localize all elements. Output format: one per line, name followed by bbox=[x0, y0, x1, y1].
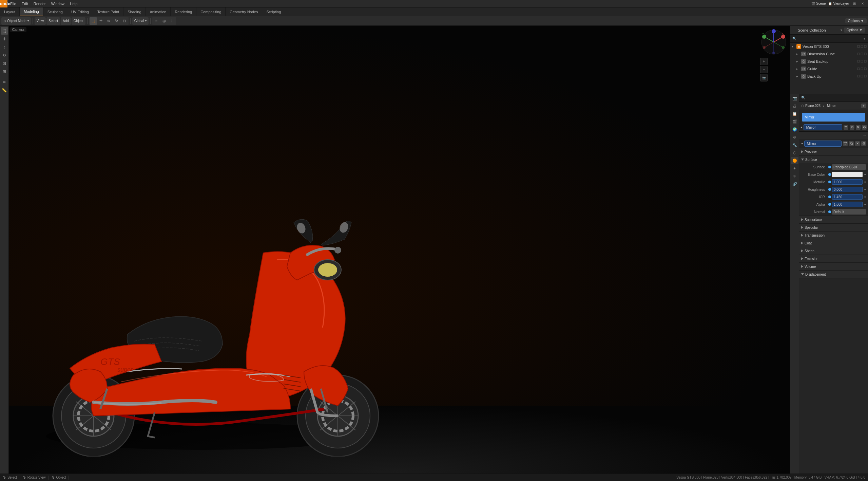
alpha-field[interactable]: 1.000 bbox=[832, 202, 863, 207]
vis-eye-vespa[interactable]: ☐ bbox=[864, 45, 867, 48]
tab-shading[interactable]: Shading bbox=[123, 7, 146, 16]
tool-select-box[interactable]: ⬚ bbox=[90, 17, 97, 25]
node-copy-btn[interactable]: ⧉ bbox=[849, 141, 854, 146]
prop-tab-object[interactable]: ⊙ bbox=[791, 133, 798, 141]
menu-render[interactable]: Render bbox=[31, 0, 49, 7]
prop-add-material-btn[interactable]: + bbox=[861, 104, 866, 108]
surface-header[interactable]: Surface bbox=[799, 156, 868, 163]
vis-render-seat[interactable]: ☐ bbox=[857, 60, 860, 63]
node-name-input[interactable]: Mirror bbox=[804, 141, 842, 147]
tool-move[interactable]: ⊕ bbox=[105, 17, 113, 25]
menu-edit[interactable]: Edit bbox=[19, 0, 31, 7]
vis-viewport-dim[interactable]: ☐ bbox=[861, 52, 863, 56]
zoom-in-btn[interactable]: + bbox=[760, 58, 768, 65]
tab-sculpting[interactable]: Sculpting bbox=[43, 7, 67, 16]
tab-geometry-nodes[interactable]: Geometry Nodes bbox=[226, 7, 262, 16]
vis-eye-seat[interactable]: ☐ bbox=[864, 60, 867, 63]
vis-render-dim[interactable]: ☐ bbox=[857, 52, 860, 56]
tab-animation[interactable]: Animation bbox=[146, 7, 171, 16]
remove-material-btn[interactable]: ✕ bbox=[856, 125, 861, 130]
outliner-item-backup[interactable]: ▸ ⬡ Back Up ☐ ☐ ☐ bbox=[790, 73, 868, 80]
emission-header[interactable]: Emission bbox=[799, 255, 868, 262]
shield-btn[interactable]: 🛡 bbox=[844, 125, 848, 130]
tool-annotate-left[interactable]: ✏ bbox=[1, 78, 8, 86]
prop-tab-material[interactable]: 🟠 bbox=[791, 157, 798, 164]
vis-viewport-vespa[interactable]: ☐ bbox=[861, 45, 863, 48]
preview-header[interactable]: Preview bbox=[799, 148, 868, 155]
tool-cursor-left[interactable]: ✛ bbox=[1, 35, 8, 43]
transform-space-dropdown[interactable]: Global ▾ bbox=[132, 17, 149, 25]
tab-modeling[interactable]: Modeling bbox=[20, 7, 43, 16]
prop-tab-world[interactable]: 🌍 bbox=[791, 126, 798, 133]
specular-header[interactable]: Specular bbox=[799, 224, 868, 231]
tab-texture-paint[interactable]: Texture Paint bbox=[93, 7, 123, 16]
vis-render-backup[interactable]: ☐ bbox=[857, 75, 860, 78]
material-settings-btn[interactable]: ⚙ bbox=[862, 125, 867, 130]
header-view-menu[interactable]: View bbox=[35, 17, 46, 25]
prop-tab-shading[interactable]: ⬡ bbox=[791, 149, 798, 156]
vis-viewport-seat[interactable]: ☐ bbox=[861, 60, 863, 63]
header-object-menu[interactable]: Object bbox=[72, 17, 85, 25]
scene-selector[interactable]: 🎬 Scene bbox=[811, 2, 826, 5]
vis-eye-backup[interactable]: ☐ bbox=[864, 75, 867, 78]
outliner-filter-btn[interactable]: ▼ bbox=[863, 37, 866, 40]
vis-eye-dim[interactable]: ☐ bbox=[864, 52, 867, 56]
transform-pivot[interactable]: ⊹ bbox=[168, 17, 176, 25]
extra-action-1[interactable]: ··· bbox=[863, 133, 866, 137]
prop-search-input[interactable] bbox=[805, 96, 866, 99]
displacement-header[interactable]: Displacement bbox=[799, 271, 868, 278]
menu-window[interactable]: Window bbox=[49, 0, 67, 7]
prop-tab-scene[interactable]: 🎬 bbox=[791, 118, 798, 125]
tool-cursor[interactable]: ✛ bbox=[97, 17, 105, 25]
prop-tab-particles[interactable]: ✦ bbox=[791, 165, 798, 172]
header-select-menu[interactable]: Select bbox=[46, 17, 60, 25]
tab-uv-editing[interactable]: UV Editing bbox=[67, 7, 93, 16]
tab-compositing[interactable]: Compositing bbox=[196, 7, 226, 16]
coat-header[interactable]: Coat bbox=[799, 239, 868, 247]
node-shield-btn[interactable]: 🛡 bbox=[843, 141, 848, 146]
add-workspace-button[interactable]: + bbox=[285, 10, 293, 14]
outliner-search-input[interactable] bbox=[798, 37, 862, 40]
material-name-field[interactable]: Mirror bbox=[804, 124, 842, 130]
surface-type-field[interactable]: Principled BSDF bbox=[832, 164, 866, 170]
vis-viewport-guide[interactable]: ☐ bbox=[861, 67, 863, 71]
prop-tab-constraints[interactable]: 🔗 bbox=[791, 180, 798, 188]
main-viewport[interactable]: GTS super Camera bbox=[9, 26, 790, 474]
ior-field[interactable]: 1.450 bbox=[832, 194, 863, 200]
settings-icon[interactable]: ✕ bbox=[860, 1, 865, 6]
navigation-gizmo[interactable]: X Y Z bbox=[760, 29, 787, 56]
snap-toggle[interactable]: ⌗ bbox=[153, 17, 160, 25]
vis-viewport-backup[interactable]: ☐ bbox=[861, 75, 863, 78]
fullscreen-icon[interactable]: ⊞ bbox=[852, 1, 857, 6]
prop-tab-physics[interactable]: ⚛ bbox=[791, 172, 798, 180]
view-layer-selector[interactable]: 📋 ViewLayer bbox=[828, 2, 849, 5]
menu-file[interactable]: File bbox=[7, 0, 19, 7]
tool-select-left[interactable]: ⬚ bbox=[1, 27, 8, 35]
tab-scripting[interactable]: Scripting bbox=[262, 7, 285, 16]
roughness-field[interactable]: 0.000 bbox=[832, 187, 863, 192]
viewport-options-btn[interactable]: Options ▼ bbox=[845, 18, 867, 23]
prop-tab-view-layer[interactable]: 📋 bbox=[791, 110, 798, 117]
node-settings-btn[interactable]: ⚙ bbox=[861, 141, 866, 146]
prop-tab-output[interactable]: 🖨 bbox=[791, 102, 798, 110]
viewport-content[interactable]: GTS super Camera bbox=[9, 26, 790, 474]
vis-render-vespa[interactable]: ☐ bbox=[857, 45, 860, 48]
sheen-header[interactable]: Sheen bbox=[799, 247, 868, 255]
tab-layout[interactable]: Layout bbox=[0, 7, 20, 16]
metallic-field[interactable]: 1.000 bbox=[832, 179, 863, 185]
tool-move-left[interactable]: ↕ bbox=[1, 43, 8, 51]
normal-field[interactable]: Default bbox=[832, 209, 866, 215]
camera-view-btn[interactable]: 📷 bbox=[760, 74, 768, 81]
transmission-header[interactable]: Transmission bbox=[799, 232, 868, 239]
outliner-filter-icon[interactable]: ▼ bbox=[840, 29, 843, 32]
subsurface-header[interactable]: Subsurface bbox=[799, 216, 868, 223]
vis-eye-guide[interactable]: ☐ bbox=[864, 67, 867, 71]
tool-measure-left[interactable]: 📏 bbox=[1, 87, 8, 94]
node-delete-btn[interactable]: ✕ bbox=[855, 141, 860, 146]
copy-material-btn[interactable]: ⧉ bbox=[850, 125, 854, 130]
tool-transform-left[interactable]: ⊞ bbox=[1, 68, 8, 75]
tool-scale[interactable]: ⊡ bbox=[121, 17, 128, 25]
tool-rotate-left[interactable]: ↻ bbox=[1, 52, 8, 59]
outliner-item-dimension-cube[interactable]: ▸ ⬡ Dimension Cube ☐ ☐ ☐ bbox=[790, 50, 868, 58]
outliner-options-btn[interactable]: Options ▼ bbox=[844, 27, 865, 33]
